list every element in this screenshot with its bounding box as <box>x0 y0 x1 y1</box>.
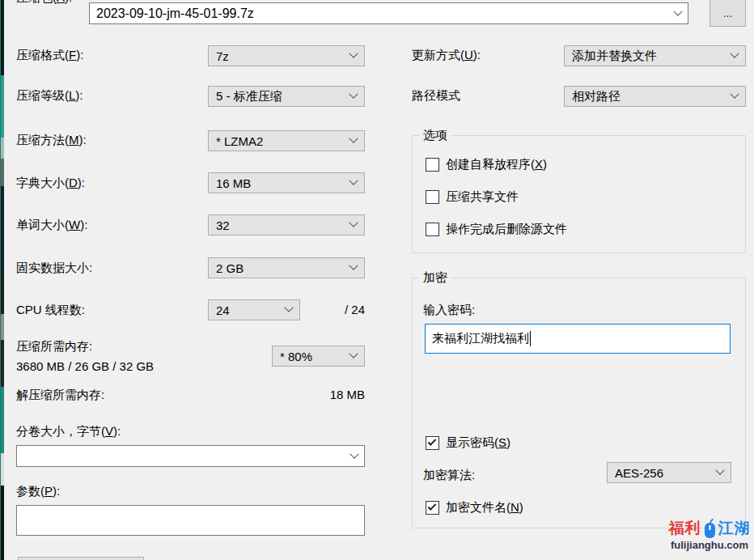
chevron-down-icon <box>349 350 358 358</box>
format-value: 7z <box>216 49 229 63</box>
create-sfx-label: 创建自释放程序(X) <box>446 157 547 172</box>
watermark-brand-left: 福利 <box>669 518 701 539</box>
dictionary-size-dropdown[interactable]: 16 MB <box>208 172 365 193</box>
chevron-down-icon <box>673 6 682 15</box>
memory-usage-dropdown[interactable]: * 80% <box>272 346 365 367</box>
parameters-label: 参数(P): <box>16 484 60 499</box>
watermark-domain: fulijianghu.com <box>665 539 754 551</box>
level-dropdown[interactable]: 5 - 标准压缩 <box>208 86 365 107</box>
encryption-method-dropdown[interactable]: AES-256 <box>607 462 731 483</box>
chevron-down-icon <box>349 176 358 185</box>
chevron-down-icon <box>715 466 724 475</box>
update-mode-label: 更新方式(U): <box>412 48 481 63</box>
watermark-logo: 福利 江湖 fulijianghu.com <box>665 516 754 551</box>
path-mode-value: 相对路径 <box>572 89 621 104</box>
chevron-down-icon <box>349 218 358 227</box>
chevron-down-icon <box>349 90 358 99</box>
encryption-group-title: 加密 <box>419 270 451 286</box>
partial-bottom-button[interactable] <box>18 557 144 560</box>
options-group-title: 选项 <box>419 128 451 143</box>
solid-block-label: 固实数据大小: <box>16 261 92 276</box>
encrypt-filenames-label: 加密文件名(N) <box>446 500 523 515</box>
volume-size-label: 分卷大小，字节(V): <box>16 424 121 439</box>
delete-after-label: 操作完成后删除源文件 <box>446 222 567 237</box>
level-label: 压缩等级(L): <box>16 88 83 104</box>
add-to-archive-dialog: 压缩包(A): 2023-09-10-jm-45-01-99.7z ... 压缩… <box>0 0 754 560</box>
memory-decompress-label: 解压缩所需内存: <box>16 388 104 403</box>
text-caret <box>530 331 531 346</box>
cpu-threads-value: 24 <box>216 303 230 317</box>
checkmark-icon <box>428 437 437 446</box>
format-dropdown[interactable]: 7z <box>208 45 365 66</box>
delete-after-checkbox[interactable] <box>426 223 439 236</box>
compress-shared-label: 压缩共享文件 <box>446 189 519 205</box>
compress-shared-checkbox[interactable] <box>426 190 439 204</box>
chevron-down-icon <box>349 449 358 458</box>
cpu-threads-max: / 24 <box>345 303 365 316</box>
archive-label: 压缩包(A): <box>16 0 72 6</box>
chevron-down-icon <box>349 261 358 270</box>
path-mode-label: 路径模式 <box>412 88 460 104</box>
update-mode-dropdown[interactable]: 添加并替换文件 <box>564 45 746 66</box>
chevron-down-icon <box>349 134 358 143</box>
password-value: 来福利江湖找福利 <box>432 331 529 346</box>
chevron-down-icon <box>349 49 358 58</box>
dictionary-size-value: 16 MB <box>216 176 251 190</box>
encrypt-filenames-checkbox[interactable] <box>426 501 439 515</box>
encryption-group: 加密 输入密码: 来福利江湖找福利 显示密码(S) 加密算法: AES-256 … <box>412 278 746 528</box>
solid-block-dropdown[interactable]: 2 GB <box>208 257 365 278</box>
password-label: 输入密码: <box>423 303 475 318</box>
memory-compress-detail: 3680 MB / 26 GB / 32 GB <box>16 359 154 373</box>
background-window-edge <box>0 0 4 560</box>
chevron-down-icon <box>730 49 739 58</box>
path-mode-dropdown[interactable]: 相对路径 <box>564 86 746 107</box>
word-size-label: 单词大小(W): <box>16 218 87 233</box>
archive-name-combobox[interactable]: 2023-09-10-jm-45-01-99.7z <box>89 2 688 24</box>
show-password-label: 显示密码(S) <box>446 435 510 451</box>
watermark-brand-right: 江湖 <box>718 518 751 539</box>
cpu-threads-label: CPU 线程数: <box>16 303 85 318</box>
memory-usage-value: * 80% <box>280 350 312 363</box>
memory-decompress-value: 18 MB <box>330 388 365 401</box>
archive-name-value: 2023-09-10-jm-45-01-99.7z <box>96 6 254 21</box>
level-value: 5 - 标准压缩 <box>216 89 282 104</box>
cpu-threads-dropdown[interactable]: 24 <box>208 299 300 320</box>
method-dropdown[interactable]: * LZMA2 <box>208 130 365 151</box>
mouse-icon <box>703 517 717 540</box>
show-password-checkbox[interactable] <box>426 436 439 450</box>
parameters-input[interactable] <box>16 505 365 536</box>
word-size-value: 32 <box>216 218 230 232</box>
browse-button[interactable]: ... <box>710 0 746 27</box>
options-group: 选项 创建自释放程序(X) 压缩共享文件 操作完成后删除源文件 <box>412 135 746 253</box>
format-label: 压缩格式(F): <box>16 48 83 63</box>
create-sfx-checkbox[interactable] <box>426 158 439 172</box>
chevron-down-icon <box>284 303 293 312</box>
encryption-method-value: AES-256 <box>615 466 663 480</box>
word-size-dropdown[interactable]: 32 <box>208 214 365 235</box>
method-value: * LZMA2 <box>216 134 263 148</box>
browse-button-label: ... <box>723 6 733 19</box>
volume-size-combobox[interactable] <box>16 445 365 467</box>
encryption-method-label: 加密算法: <box>423 468 475 483</box>
chevron-down-icon <box>730 90 739 99</box>
update-mode-value: 添加并替换文件 <box>572 49 657 64</box>
checkmark-icon <box>428 502 437 511</box>
memory-compress-label: 压缩所需内存: <box>16 339 92 354</box>
solid-block-value: 2 GB <box>216 261 244 275</box>
dictionary-size-label: 字典大小(D): <box>16 176 85 191</box>
password-input[interactable]: 来福利江湖找福利 <box>425 324 731 354</box>
method-label: 压缩方法(M): <box>16 133 87 148</box>
